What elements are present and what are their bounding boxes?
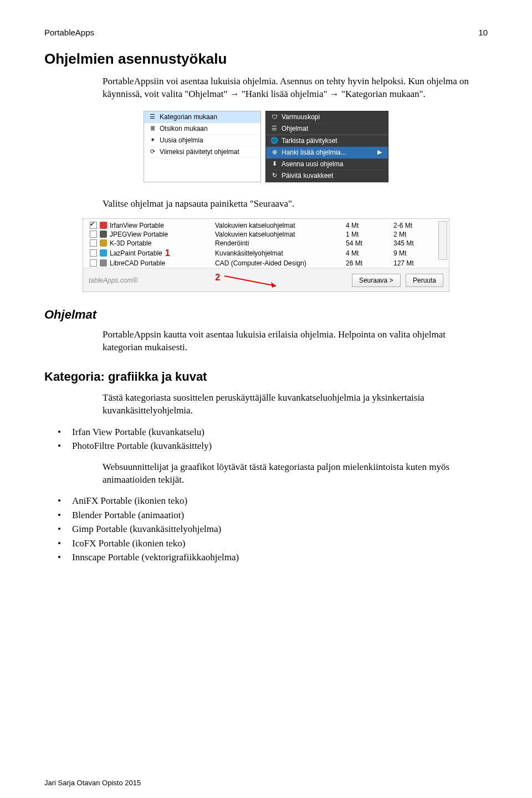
section-ohjelmat-body: PortableAppsin kautta voit asentaa lukui… xyxy=(103,329,471,354)
callout-1: 1 xyxy=(165,248,170,258)
app-category: Valokuvien katseluohjelmat xyxy=(215,222,295,229)
section-kategoria-title: Kategoria: grafiikka ja kuvat xyxy=(44,370,488,384)
menu-item[interactable]: 🛡Varmuuskopi xyxy=(266,111,388,123)
checkbox[interactable] xyxy=(90,259,97,267)
menu-icon: ≣ xyxy=(149,125,156,132)
right-menu-stack: 🛡Varmuuskopi☰Ohjelmat 🌐Tarkista päivityk… xyxy=(265,111,388,182)
app-icon xyxy=(100,249,107,257)
kategoria-body2: Websuunnittelijat ja graafikot löytävät … xyxy=(103,461,471,487)
list-advanced-tools: AniFX Portable (ikonien teko)Blender Por… xyxy=(44,494,488,565)
app-icon xyxy=(100,231,107,238)
size-download: 26 Mt xyxy=(346,259,362,267)
left-submenu: ☰Kategorian mukaan≣Otsikon mukaan✶Uusia … xyxy=(144,111,261,182)
arrow-icon xyxy=(223,274,290,290)
table-row[interactable]: IrfanView Portable Valokuvien katseluohj… xyxy=(85,221,449,230)
size-installed: 345 Mt xyxy=(393,239,414,247)
menu-label: Viimeksi päivitetyt ohjelmat xyxy=(160,148,239,156)
next-button[interactable]: Seuraava > xyxy=(352,274,401,287)
menu-icon: ☰ xyxy=(149,113,156,121)
size-download: 4 Mt xyxy=(346,222,359,229)
cancel-button[interactable]: Peruuta xyxy=(406,274,443,287)
checkbox[interactable] xyxy=(90,222,97,229)
menu-label: Päivitä kuvakkeet xyxy=(282,172,383,180)
table-row[interactable]: LazPaint Portable 1 Kuvankäsittelyohjelm… xyxy=(85,248,449,259)
list-item: IcoFX Portable (ikonien teko) xyxy=(44,536,488,551)
chevron-right-icon: ▶ xyxy=(376,149,383,156)
menu-item[interactable]: ⬇Asenna uusi ohjelma xyxy=(266,158,388,170)
header-left: PortableApps xyxy=(44,28,94,37)
submenu-item[interactable]: ☰Kategorian mukaan xyxy=(144,111,260,123)
callout-2: 2 xyxy=(215,273,220,283)
app-table: IrfanView Portable Valokuvien katseluohj… xyxy=(85,221,449,268)
menu-icon: 🛡 xyxy=(270,113,278,121)
size-download: 4 Mt xyxy=(346,249,359,257)
size-installed: 9 Mt xyxy=(393,249,406,257)
right-menu-top: 🛡Varmuuskopi☰Ohjelmat xyxy=(265,111,388,135)
checkbox[interactable] xyxy=(90,239,97,247)
menu-icon: ⟳ xyxy=(149,148,156,156)
menu-icon: ✶ xyxy=(149,136,156,144)
submenu-item[interactable]: ⟳Viimeksi päivitetyt ohjelmat xyxy=(144,146,260,158)
section-ohjelmat-title: Ohjelmat xyxy=(44,308,488,322)
app-icon xyxy=(100,259,107,267)
menu-label: Ohjelmat xyxy=(282,125,308,132)
app-icon xyxy=(100,222,107,229)
menu-label: Otsikon mukaan xyxy=(160,125,208,132)
app-category: CAD (Computer-Aided Design) xyxy=(215,259,306,267)
list-item: Blender Portable (animaatiot) xyxy=(44,508,488,523)
list-item: Irfan View Portable (kuvankatselu) xyxy=(44,425,488,439)
menu-item[interactable]: 🌐Tarkista päivitykset xyxy=(266,135,388,147)
checkbox[interactable] xyxy=(90,249,97,257)
menu-item[interactable]: ↻Päivitä kuvakkeet xyxy=(266,170,388,182)
menu-item[interactable]: ⊕Hanki lisää ohjelmia...▶ xyxy=(266,147,388,158)
table-row[interactable]: K-3D Portable Renderöinti 54 Mt 345 Mt xyxy=(85,239,449,248)
checkbox[interactable] xyxy=(90,231,97,238)
list-item: PhotoFiltre Portable (kuvankäsittely) xyxy=(44,439,488,453)
step2-text: Valitse ohjelmat ja napsauta painiketta … xyxy=(103,198,471,211)
size-installed: 2-6 Mt xyxy=(393,222,412,229)
list-item: Innscape Portable (vektorigrafiikkaohjel… xyxy=(44,550,488,565)
app-name: JPEGView Portable xyxy=(110,231,168,238)
list-item: Gimp Portable (kuvankäsittelyohjelma) xyxy=(44,522,488,536)
menu-item[interactable]: ☰Ohjelmat xyxy=(266,123,388,135)
footer-credit: Jari Sarja Otavan Opisto 2015 xyxy=(44,779,141,787)
app-category: Kuvankäsittelyohjelmat xyxy=(215,249,283,257)
menu-label: Uusia ohjelmia xyxy=(160,136,203,144)
app-name: LibreCAD Portable xyxy=(110,259,165,267)
submenu-item[interactable]: ≣Otsikon mukaan xyxy=(144,123,260,135)
list-item: AniFX Portable (ikonien teko) xyxy=(44,494,488,508)
page-number: 10 xyxy=(478,28,488,37)
right-menu-bottom: 🌐Tarkista päivitykset⊕Hanki lisää ohjelm… xyxy=(265,135,388,182)
size-download: 54 Mt xyxy=(346,239,362,247)
menu-icon: 🌐 xyxy=(270,137,278,145)
menu-label: Varmuuskopi xyxy=(282,113,320,121)
kategoria-body1: Tästä kategoriasta suosittelen peruskäyt… xyxy=(103,392,471,417)
intro-paragraph: PortableAppsiin voi asentaa lukuisia ohj… xyxy=(103,75,471,101)
app-icon xyxy=(100,239,107,247)
list-simple-tools: Irfan View Portable (kuvankatselu)PhotoF… xyxy=(44,425,488,453)
menu-label: Hanki lisää ohjelmia... xyxy=(282,149,372,156)
menu-icon: ↻ xyxy=(270,172,278,180)
menu-label: Kategorian mukaan xyxy=(160,113,217,121)
screenshot-app-list: IrfanView Portable Valokuvien katseluohj… xyxy=(44,218,488,292)
watermark: tableApps.com® xyxy=(89,277,137,284)
app-name: K-3D Portable xyxy=(110,239,151,247)
menu-label: Tarkista päivitykset xyxy=(282,137,383,145)
screenshot-menus: ☰Kategorian mukaan≣Otsikon mukaan✶Uusia … xyxy=(44,111,488,182)
menu-label: Asenna uusi ohjelma xyxy=(282,160,383,168)
submenu-item[interactable]: ✶Uusia ohjelmia xyxy=(144,135,260,146)
page-title: Ohjelmien asennustyökalu xyxy=(44,50,488,68)
scrollbar[interactable] xyxy=(438,221,447,260)
table-row[interactable]: JPEGView Portable Valokuvien katseluohje… xyxy=(85,230,449,239)
size-installed: 127 Mt xyxy=(393,259,414,267)
menu-icon: ⊕ xyxy=(270,149,278,156)
menu-icon: ☰ xyxy=(270,125,278,132)
size-download: 1 Mt xyxy=(346,231,359,238)
app-name: LazPaint Portable xyxy=(110,249,162,257)
app-category: Valokuvien katseluohjelmat xyxy=(215,231,295,238)
menu-icon: ⬇ xyxy=(270,160,278,168)
app-category: Renderöinti xyxy=(215,239,249,247)
app-name: IrfanView Portable xyxy=(110,222,164,229)
size-installed: 2 Mt xyxy=(393,231,406,238)
table-row[interactable]: LibreCAD Portable CAD (Computer-Aided De… xyxy=(85,259,449,268)
